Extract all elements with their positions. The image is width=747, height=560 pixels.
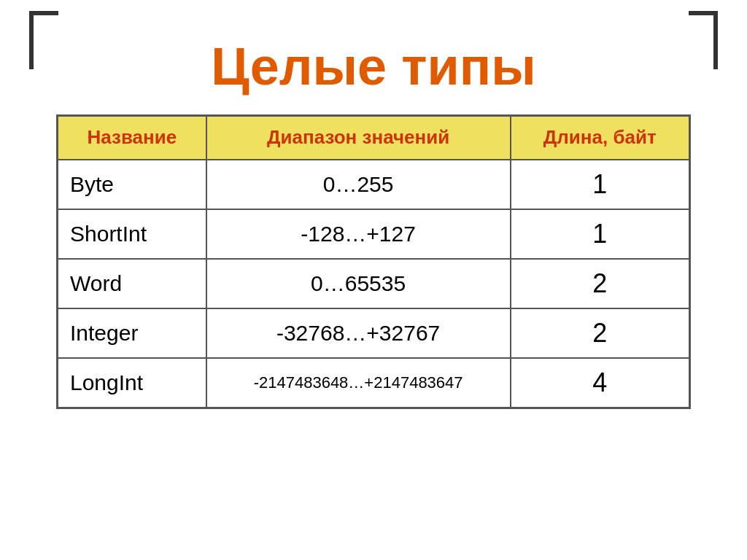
cell-size-integer: 2 xyxy=(511,308,690,358)
cell-size-byte: 1 xyxy=(511,160,690,209)
cell-name-integer: Integer xyxy=(58,308,206,358)
table-row: Byte 0…255 1 xyxy=(58,160,690,209)
cell-range-byte: 0…255 xyxy=(206,160,511,209)
cell-range-word: 0…65535 xyxy=(206,259,511,308)
table-row: LongInt -2147483648…+2147483647 4 xyxy=(58,358,690,408)
cell-name-byte: Byte xyxy=(58,160,206,209)
header-range: Диапазон значений xyxy=(206,116,511,160)
page-title: Целые типы xyxy=(211,36,535,96)
table-row: Word 0…65535 2 xyxy=(58,259,690,308)
cell-range-longint: -2147483648…+2147483647 xyxy=(206,358,511,408)
header-size: Длина, байт xyxy=(511,116,690,160)
cell-range-integer: -32768…+32767 xyxy=(206,308,511,358)
table-header-row: Название Диапазон значений Длина, байт xyxy=(58,116,690,160)
integer-types-table: Название Диапазон значений Длина, байт B… xyxy=(56,114,691,409)
table-row: Integer -32768…+32767 2 xyxy=(58,308,690,358)
cell-size-longint: 4 xyxy=(511,358,690,408)
header-name: Название xyxy=(58,116,206,160)
cell-range-shortint: -128…+127 xyxy=(206,209,511,259)
cell-name-longint: LongInt xyxy=(58,358,206,408)
cell-name-shortint: ShortInt xyxy=(58,209,206,259)
data-table-wrapper: Название Диапазон значений Длина, байт B… xyxy=(56,114,691,409)
cell-size-shortint: 1 xyxy=(511,209,690,259)
bracket-top-left-icon xyxy=(29,11,58,69)
cell-name-word: Word xyxy=(58,259,206,308)
table-row: ShortInt -128…+127 1 xyxy=(58,209,690,259)
cell-size-word: 2 xyxy=(511,259,690,308)
page-container: Целые типы Название Диапазон значений Дл… xyxy=(0,0,747,560)
bracket-top-right-icon xyxy=(689,11,718,69)
